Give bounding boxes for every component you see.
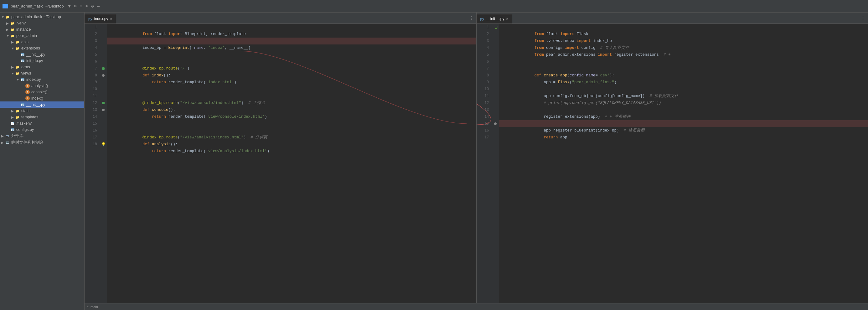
rline-num-16: 16 [476,127,489,134]
rgutter-5 [492,51,499,58]
tab-more-btn[interactable]: ⋮ [466,15,476,21]
rline-num-9: 9 [476,79,489,86]
tab-label: __init__.py [486,17,504,21]
sidebar-item-func-console[interactable]: f console() [0,89,84,95]
tab-init-py[interactable]: py __init__.py × [476,14,512,24]
rline-num-12: 12 [476,100,489,106]
breakpoint-green[interactable] [102,67,104,70]
sidebar-item-temp-console[interactable]: ▶ 💻 临时文件和控制台 [0,140,84,146]
breakpoint-circle[interactable] [102,108,104,111]
folder-icon: 📁 [10,33,15,38]
split-icon[interactable]: ≈ [86,4,88,9]
dropdown-icon[interactable]: ▼ [68,4,71,9]
rgutter-11 [492,93,499,100]
folder-icon: 📁 [15,71,20,76]
gutter-12 [100,100,107,106]
tab-close-btn[interactable]: × [110,17,112,21]
rcode-line-4: from pear_admin.extensions import regist… [499,44,868,51]
sidebar-item-views-index[interactable]: ▼ py index.py [0,76,84,83]
arrow-icon: ▶ [6,22,10,25]
right-code-area[interactable]: from flask import Flask from .views.inde… [499,24,868,303]
sidebar-item-func-index[interactable]: f index() [0,95,84,101]
sidebar-item-views[interactable]: ▼ 📁 views [0,70,84,76]
code-line-2 [107,31,476,38]
code-line-14 [107,113,476,120]
rline-num-5: 5 [476,51,489,58]
rgutter-16 [492,127,499,134]
gutter-10 [100,86,107,93]
rcode-line-14 [499,113,868,120]
tab-more-btn[interactable]: ⋮ [858,15,868,21]
right-line-numbers: 1 2 3 4 5 6 7 8 9 10 11 12 13 14 [476,24,492,303]
line-num-6: 6 [85,58,97,65]
tab-index-py[interactable]: py index.py × [85,14,116,24]
sidebar-item-apis[interactable]: ▶ 📁 apis [0,39,84,45]
sidebar-item-templates[interactable]: ▶ 📁 templates [0,114,84,120]
arrow-icon: ▶ [1,134,5,138]
code-line-7: def index(): [107,65,476,72]
tab-close-btn[interactable]: × [506,17,508,21]
gutter-1 [100,24,107,31]
rcode-line-1: from flask import Flask [499,24,868,31]
project-name: pear_admin_flask [11,4,43,8]
sidebar-item-label: 临时文件和控制台 [11,140,44,145]
sidebar-item-pear-admin[interactable]: ▼ 📁 pear_admin [0,33,84,39]
right-gutter: ✓ [492,24,499,303]
sidebar-item-label: static [21,108,30,113]
code-line-12: def console(): [107,100,476,106]
folder-icon: 📁 [15,39,20,44]
minimize-icon[interactable]: — [97,4,100,9]
sidebar-item-init-db[interactable]: py init_db.py [0,58,84,64]
line-num-3: 3 [85,38,97,44]
sidebar-item-extensions[interactable]: ▼ 📁 extensions [0,45,84,51]
rcode-line-5 [499,51,868,58]
sidebar-item-label: apis [21,40,29,44]
sidebar-item-root[interactable]: ▼ 📁 pear_admin_flask ~/Desktop [0,14,84,20]
sidebar-item-instance[interactable]: ▶ 📁 instance [0,26,84,33]
sidebar-item-static[interactable]: ▶ 📁 static [0,108,84,114]
py-icon: py [20,102,25,107]
tab-file-icon: py [480,17,485,21]
code-line-18: return render_template('view/analysis/in… [107,141,476,148]
arrow-icon: ▼ [11,72,15,75]
breakpoint-green[interactable] [102,102,104,104]
arrow-icon: ▶ [1,141,5,144]
sidebar-item-configs[interactable]: py configs.py [0,126,84,133]
breakpoint-circle-r[interactable] [494,122,497,125]
line-num-10: 10 [85,86,97,93]
add-icon[interactable]: ⊕ [74,3,76,9]
git-branch[interactable]: ⑂ main [87,305,98,309]
folder-icon: 📁 [10,27,15,32]
gutter-6 [100,58,107,65]
list-icon[interactable]: ≡ [80,4,82,9]
line-num-8: 8 [85,72,97,79]
sidebar-item-venv[interactable]: ▶ 📁 .venv [0,20,84,26]
gutter-3 [100,38,107,44]
gutter-9 [100,79,107,86]
settings-icon[interactable]: ⚙ [91,3,94,9]
sidebar-item-label: pear_admin [16,33,37,38]
sidebar-item-pkg-init[interactable]: py __init__.py [0,101,84,108]
git-icon: ⑂ [87,305,89,309]
sidebar-item-ext-init[interactable]: py __init__.py [0,51,84,58]
rline-num-17: 17 [476,134,489,141]
warning-icon: 💡 [101,142,106,147]
py-icon: py [20,52,25,57]
title-bar-icons: ▼ ⊕ ≡ ≈ ⚙ — [68,3,100,9]
sidebar-item-label: console() [31,90,47,94]
arrow-icon: ▶ [11,116,15,119]
gutter-14 [100,113,107,120]
rline-num-3: 3 [476,38,489,44]
line-num-15: 15 [85,120,97,127]
gutter-17 [100,134,107,141]
sidebar-item-orms[interactable]: ▶ 📁 orms [0,64,84,70]
code-line-11: @index_bp.route("/view/console/index.htm… [107,93,476,100]
folder-icon: 📁 [15,46,20,51]
sidebar-item-func-analysis[interactable]: f analysis() [0,83,84,89]
sidebar-item-external-lib[interactable]: ▶ 🗃 外部库 [0,133,84,140]
tab-file-icon: py [88,17,92,21]
breakpoint-circle[interactable] [102,74,104,77]
console-icon: 💻 [5,140,10,145]
sidebar-item-flaskenv[interactable]: 📄 .flaskenv [0,120,84,126]
left-code-area[interactable]: from flask import Blueprint, render_temp… [107,24,476,303]
